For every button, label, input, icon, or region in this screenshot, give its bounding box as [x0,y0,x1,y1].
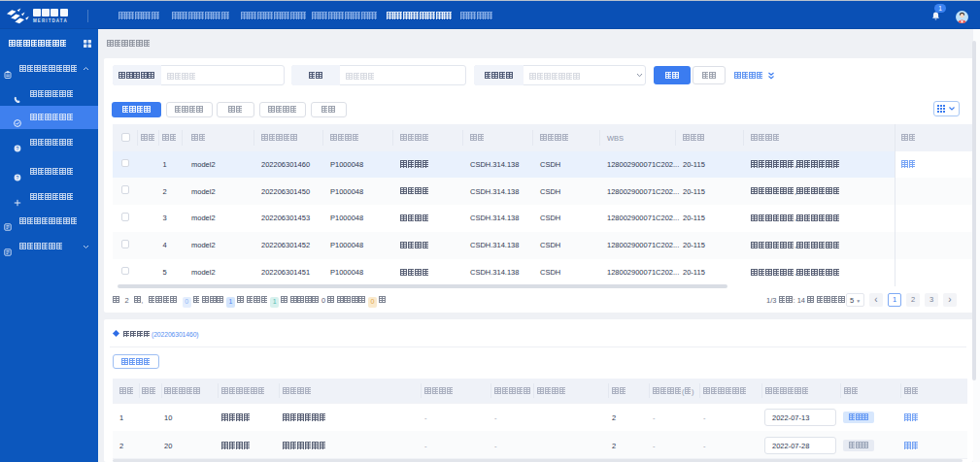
svg-text:?: ? [17,146,19,151]
svg-text:?: ? [17,175,19,181]
